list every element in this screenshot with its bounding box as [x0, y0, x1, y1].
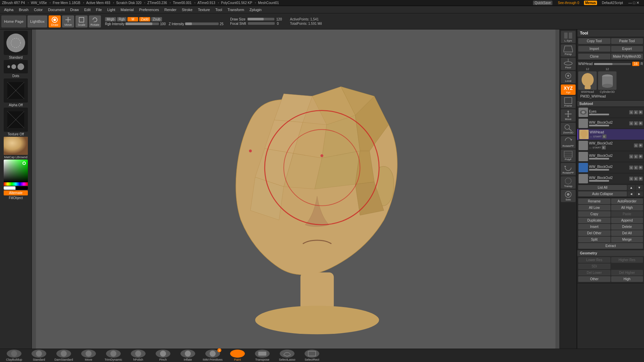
- menu-item-preferences[interactable]: Preferences: [137, 7, 162, 12]
- zsub-button[interactable]: Zsub: [151, 17, 162, 21]
- wwblockout2-4-slider[interactable]: [589, 169, 609, 171]
- append-button[interactable]: Append: [611, 218, 643, 223]
- wwbo5-ctrl-2[interactable]: E: [634, 177, 638, 181]
- wwbo5-ctrl-3[interactable]: 👁: [639, 177, 643, 181]
- eyes-slider[interactable]: [589, 114, 609, 115]
- brush-dots-preview[interactable]: [4, 60, 28, 73]
- wwbo1-ctrl-1[interactable]: S: [629, 121, 633, 125]
- wwbo2-ctrl-e[interactable]: E: [602, 145, 606, 149]
- wwblockout2-5-slider[interactable]: [589, 180, 609, 182]
- brush-move[interactable]: Move: [77, 350, 100, 361]
- rgb-intensity-slider[interactable]: [125, 22, 159, 25]
- wwblockout2-1-slider[interactable]: [589, 125, 609, 126]
- menu-item-alpha[interactable]: Alpha: [1, 7, 16, 12]
- seethrough-button[interactable]: See-through 0: [558, 1, 579, 5]
- brush-hpolish[interactable]: hPolish: [127, 350, 150, 361]
- wwbo5-ctrl-1[interactable]: S: [629, 177, 633, 181]
- wwhead-ctrl-e[interactable]: E: [602, 134, 606, 138]
- subtool-item-wwblockout2-3[interactable]: WW_BlockOut2 S E 👁: [577, 151, 644, 162]
- transp-button[interactable]: Transp: [561, 176, 576, 189]
- brush-selectlasso[interactable]: SelectLasso: [276, 350, 299, 361]
- focal-shift-slider[interactable]: [248, 22, 275, 25]
- rotate-button[interactable]: Rotate: [89, 15, 101, 27]
- alternate-button[interactable]: Alternate: [4, 190, 28, 195]
- copy-subtool-button[interactable]: Copy: [578, 211, 610, 217]
- del-higher-button[interactable]: Del Higher: [611, 270, 643, 276]
- zadd-button[interactable]: Zadd: [139, 17, 150, 21]
- insert-button[interactable]: Insert: [578, 224, 610, 230]
- auto-collapse-left-button[interactable]: ◄: [628, 191, 635, 196]
- del-lower-button[interactable]: Del Lower: [578, 270, 610, 276]
- persp-button[interactable]: Persp: [561, 44, 576, 57]
- mrgb-button[interactable]: Mrgb: [105, 17, 116, 21]
- menu-item-document[interactable]: Document: [45, 7, 67, 12]
- subtool-item-wwhead[interactable]: WWHead — START E: [577, 129, 644, 140]
- cylinder3d-thumb[interactable]: [598, 71, 616, 90]
- ww-head-slider[interactable]: [594, 63, 631, 65]
- wwblockout2-3-slider[interactable]: [589, 158, 609, 160]
- higher-res-button[interactable]: Higher Res: [611, 257, 643, 263]
- menu-item-brush[interactable]: Brush: [16, 7, 31, 12]
- extract-button[interactable]: Extract: [578, 243, 643, 249]
- wwbo1-ctrl-2[interactable]: E: [634, 121, 638, 125]
- make-polymesh3d-button[interactable]: Make PolyMesh3D: [611, 54, 643, 59]
- alpha-preview[interactable]: [4, 78, 28, 103]
- solo-button[interactable]: Solo: [561, 190, 576, 202]
- lower-res-button[interactable]: Lower Res: [578, 257, 610, 263]
- list-all-button[interactable]: List All: [578, 185, 627, 190]
- high-button[interactable]: High: [611, 276, 643, 282]
- menu-item-zplugin[interactable]: Zplugin: [247, 7, 264, 12]
- polyf-button[interactable]: PolyF: [561, 149, 576, 162]
- copy-tool-button[interactable]: Copy Tool: [578, 38, 610, 44]
- scale-button[interactable]: Scale: [75, 15, 88, 27]
- brush-preview[interactable]: [4, 31, 28, 55]
- wwbo1-ctrl-3[interactable]: 👁: [639, 121, 643, 125]
- xyz-button[interactable]: XYZ Xyz: [561, 84, 576, 95]
- quicksave-button[interactable]: QuickSave: [533, 1, 552, 5]
- wwbo3-ctrl-2[interactable]: E: [634, 155, 638, 159]
- wwbo4-ctrl-2[interactable]: E: [634, 166, 638, 170]
- brush-standard[interactable]: Standard: [28, 350, 50, 361]
- texture-preview[interactable]: [4, 108, 28, 132]
- list-all-up-button[interactable]: ▲: [628, 185, 635, 190]
- wwbo4-ctrl-3[interactable]: 👁: [639, 166, 643, 170]
- all-high-button[interactable]: All High: [611, 205, 643, 210]
- wwbo4-ctrl-1[interactable]: S: [629, 166, 633, 170]
- menu-item-transform[interactable]: Transform: [225, 7, 247, 12]
- subtool-item-wwblockout2-4[interactable]: WW_BlockOut2 S E 👁: [577, 162, 644, 173]
- rgb-button[interactable]: Rgb: [117, 17, 126, 21]
- subtool-item-wwblockout2-2[interactable]: WW_BlockOut2 — START E S 👁: [577, 140, 644, 151]
- home-page-button[interactable]: Home Page: [1, 15, 26, 27]
- lightbox-button[interactable]: LightBox: [28, 15, 47, 27]
- subtool-item-wwblockout2-1[interactable]: WW_BlockOut2 S E 👁: [577, 118, 644, 129]
- window-controls[interactable]: — □ ✕: [628, 1, 639, 5]
- menu-item-light[interactable]: Light: [105, 7, 118, 12]
- eyes-ctrl-1[interactable]: S: [629, 110, 633, 114]
- rename-button[interactable]: Rename: [578, 198, 610, 204]
- move-button[interactable]: Move: [62, 15, 74, 27]
- brush-paint[interactable]: Paint: [226, 350, 249, 361]
- frame-button[interactable]: Frame: [561, 96, 576, 108]
- menu-item-edit[interactable]: Edit: [82, 7, 93, 12]
- color-black[interactable]: [16, 186, 28, 190]
- brush-pinch[interactable]: Pinch: [152, 350, 174, 361]
- brush-claybuildup[interactable]: ClayBuildup: [3, 350, 25, 361]
- menu-item-texture[interactable]: Texture: [195, 7, 213, 12]
- eyes-ctrl-2[interactable]: E: [634, 110, 638, 114]
- wwhead-thumb[interactable]: [578, 71, 597, 90]
- merge-button[interactable]: Merge: [611, 237, 643, 242]
- local-button[interactable]: Local: [561, 71, 576, 83]
- menu-item-tool[interactable]: Tool: [213, 7, 225, 12]
- clone-button[interactable]: Clone: [578, 54, 610, 59]
- brush-imm-primitives[interactable]: 3 IMM Primitives: [201, 350, 224, 361]
- wwbo3-ctrl-1[interactable]: S: [629, 155, 633, 159]
- brush-trimdynamic[interactable]: TrimDynamic: [102, 350, 125, 361]
- subtool-item-wwblockout2-5[interactable]: WW_BlockOut2 S E 👁: [577, 173, 644, 184]
- menu-item-file[interactable]: File: [93, 7, 105, 12]
- del-all-button[interactable]: Del All: [611, 230, 643, 236]
- lsym-button[interactable]: L.Sym: [561, 31, 576, 43]
- move3d-button[interactable]: Move: [561, 109, 576, 122]
- brush-damstandard[interactable]: DamStandard: [52, 350, 75, 361]
- draw-button[interactable]: Draw: [49, 15, 61, 27]
- brush-selectrect[interactable]: SelectRect: [301, 350, 323, 361]
